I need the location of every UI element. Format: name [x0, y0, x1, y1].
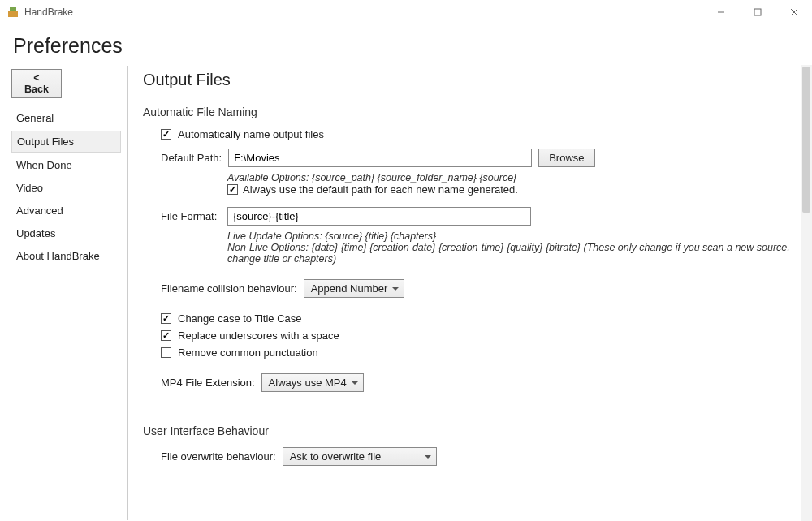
- auto-name-label: Automatically name output files: [178, 128, 324, 140]
- page-header: Preferences: [0, 24, 812, 66]
- auto-name-checkbox[interactable]: [161, 129, 171, 140]
- minimize-button[interactable]: [702, 0, 739, 24]
- file-format-hint2: Non-Live Options: {date} {time} {creatio…: [227, 242, 804, 265]
- overwrite-dropdown[interactable]: Ask to overwrite file: [283, 447, 437, 466]
- page-title: Output Files: [143, 71, 804, 89]
- section-ui-title: User Interface Behaviour: [143, 424, 804, 437]
- window-controls: [702, 0, 812, 24]
- back-button[interactable]: < Back: [11, 69, 62, 98]
- sidebar: < Back General Output Files When Done Vi…: [0, 66, 128, 520]
- sidebar-item-video[interactable]: Video: [11, 178, 121, 198]
- close-button[interactable]: [775, 0, 812, 24]
- mp4-label: MP4 File Extension:: [161, 377, 255, 389]
- svg-rect-0: [8, 11, 18, 17]
- file-format-input[interactable]: [227, 207, 531, 226]
- titlebar: HandBrake: [0, 0, 812, 24]
- collision-label: Filename collision behaviour:: [161, 282, 297, 295]
- sidebar-item-about[interactable]: About HandBrake: [11, 246, 121, 266]
- mp4-dropdown[interactable]: Always use MP4: [261, 373, 364, 392]
- underscore-label: Replace underscores with a space: [178, 329, 339, 342]
- file-format-hint1: Live Update Options: {source} {title} {c…: [227, 230, 804, 242]
- underscore-checkbox[interactable]: [161, 330, 171, 341]
- sidebar-item-when-done[interactable]: When Done: [11, 155, 121, 175]
- svg-rect-3: [754, 9, 761, 15]
- default-path-input[interactable]: [228, 149, 532, 167]
- browse-button[interactable]: Browse: [538, 149, 594, 167]
- maximize-button[interactable]: [739, 0, 775, 24]
- always-default-label: Always use the default path for each new…: [243, 183, 518, 196]
- titlecase-checkbox[interactable]: [161, 313, 171, 324]
- default-path-hint: Available Options: {source_path} {source…: [227, 172, 804, 183]
- section-auto-title: Automatic File Naming: [143, 105, 804, 118]
- always-default-checkbox[interactable]: [227, 184, 238, 195]
- file-format-label: File Format:: [161, 210, 221, 222]
- app-icon: [6, 6, 19, 19]
- main-panel: Output Files Automatic File Naming Autom…: [128, 66, 812, 520]
- scrollbar-thumb[interactable]: [802, 67, 810, 213]
- sidebar-item-updates[interactable]: Updates: [11, 223, 121, 243]
- overwrite-label: File overwrite behaviour:: [161, 450, 276, 463]
- titlecase-label: Change case to Title Case: [178, 312, 301, 325]
- sidebar-item-general[interactable]: General: [11, 108, 121, 128]
- window-title: HandBrake: [24, 6, 73, 18]
- svg-rect-1: [10, 7, 16, 11]
- punct-checkbox[interactable]: [161, 347, 171, 358]
- default-path-label: Default Path:: [161, 152, 222, 164]
- sidebar-item-advanced[interactable]: Advanced: [11, 200, 121, 221]
- sidebar-item-output-files[interactable]: Output Files: [11, 131, 121, 153]
- collision-dropdown[interactable]: Append Number: [304, 279, 405, 298]
- punct-label: Remove common punctuation: [178, 347, 318, 359]
